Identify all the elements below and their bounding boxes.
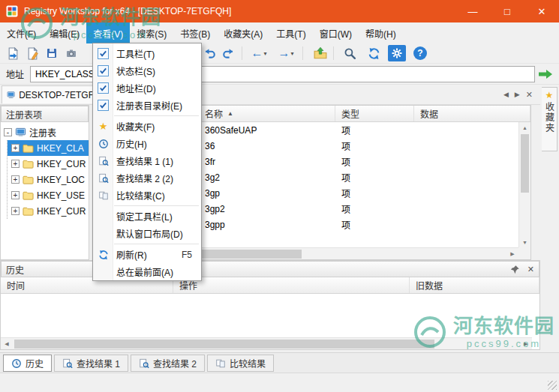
tab-history[interactable]: 历史 — [3, 355, 52, 372]
tree-node[interactable]: + HKEY_LOC — [8, 172, 89, 187]
tab-find-results-1[interactable]: 查找结果 1 — [54, 355, 128, 372]
tab-scroll-right-button[interactable]: ▶ — [515, 91, 520, 98]
menu-item-find-results-1[interactable]: 查找结果 1 (1) — [93, 152, 201, 169]
close-button[interactable]: ✕ — [524, 0, 559, 22]
menu-view[interactable]: 查看(V) — [86, 22, 130, 43]
menu-item-statusbar[interactable]: 状态栏(S) — [93, 62, 201, 79]
column-header-operation[interactable]: 操作 — [173, 277, 410, 293]
history-close-button[interactable]: ✕ — [527, 265, 534, 274]
refresh-button[interactable] — [364, 44, 383, 62]
registry-tree: - 注册表 + HKEY_CLA + HKEY_CUR — [1, 122, 89, 259]
scrollbar-thumb[interactable] — [14, 340, 434, 349]
menu-item-default-layout[interactable]: 默认窗口布局(D) — [93, 225, 201, 242]
column-header-old-data[interactable]: 旧数据 — [410, 277, 539, 293]
toolbar: ← ▾ → ▾ ? — [0, 43, 559, 64]
resize-grip[interactable] — [548, 381, 557, 390]
search-icon — [344, 47, 356, 60]
settings-button[interactable] — [388, 45, 406, 61]
scroll-up-icon[interactable]: ▲ — [519, 122, 530, 133]
menu-item-compare-results[interactable]: 比较结果(C) — [93, 187, 201, 204]
menu-item-refresh[interactable]: 刷新(R) F5 — [93, 246, 201, 263]
tab-find-results-2[interactable]: 查找结果 2 — [131, 355, 205, 372]
column-header-data[interactable]: 数据 — [414, 106, 530, 121]
titlebar: Registry Workshop for x64 - [DESKTOP-7ET… — [0, 0, 559, 22]
menu-item-lock-toolbars[interactable]: 锁定工具栏(L) — [93, 208, 201, 225]
menu-tools[interactable]: 工具(T) — [269, 22, 312, 43]
menu-item-favorites[interactable]: ★ 收藏夹(F) — [93, 118, 201, 135]
menu-file[interactable]: 文件(F) — [0, 22, 43, 43]
registry-tree-panel: 注册表项 - 注册表 + HKEY_CLA + HKEY — [0, 105, 89, 260]
edit-button[interactable] — [23, 44, 42, 62]
document-pencil-icon — [26, 47, 39, 60]
menu-item-registry-tree[interactable]: 注册表目录树(E) — [93, 97, 201, 114]
menu-window[interactable]: 窗口(W) — [313, 22, 359, 43]
tab-compare-results[interactable]: 比较结果 — [207, 355, 274, 372]
save-button[interactable] — [42, 44, 62, 62]
document-close-button[interactable]: ✕ — [526, 90, 533, 100]
maximize-button[interactable]: □ — [490, 0, 524, 22]
scroll-down-icon[interactable]: ▼ — [519, 237, 530, 247]
scrollbar-thumb[interactable] — [521, 134, 529, 193]
app-logo-icon — [6, 5, 18, 17]
sort-ascending-icon: ▲ — [227, 110, 233, 117]
back-button[interactable]: ← ▾ — [245, 44, 272, 62]
menu-item-always-on-top[interactable]: 总在最前面(A) — [93, 263, 201, 280]
menu-item-addressbar[interactable]: 地址栏(D) — [93, 79, 201, 97]
tree-node-root[interactable]: - 注册表 — [1, 124, 89, 140]
folder-icon — [23, 205, 34, 217]
scroll-right-icon[interactable]: ▶ — [506, 251, 518, 257]
tab-scroll-left-button[interactable]: ◀ — [503, 91, 509, 98]
menu-help[interactable]: 帮助(H) — [359, 22, 403, 43]
tree-node[interactable]: + HKEY_CUR — [8, 203, 89, 219]
redo-button[interactable] — [219, 44, 239, 62]
horizontal-scrollbar[interactable]: ◀ ▶ — [1, 337, 532, 349]
favorites-sidebar-tab[interactable]: ★ 收藏夹 — [542, 87, 557, 151]
menu-bookmarks[interactable]: 书签(B) — [173, 22, 217, 43]
menu-edit[interactable]: 编辑(E) — [43, 22, 86, 43]
go-button[interactable] — [535, 66, 556, 82]
go-arrow-icon — [537, 69, 554, 79]
menu-item-toolbar[interactable]: 工具栏(T) — [93, 45, 201, 62]
help-icon: ? — [413, 46, 427, 60]
menu-search[interactable]: 搜索(S) — [130, 22, 173, 43]
pin-icon[interactable] — [510, 265, 520, 274]
window-title: Registry Workshop for x64 - [DESKTOP-7ET… — [24, 6, 455, 16]
redo-icon — [222, 46, 236, 60]
up-one-level-button[interactable] — [311, 44, 330, 62]
refresh-icon — [98, 250, 109, 260]
menu-item-find-results-2[interactable]: 查找结果 2 (2) — [93, 169, 201, 187]
tree-node-label: HKEY_CUR — [37, 206, 86, 217]
open-button[interactable] — [3, 44, 23, 62]
menu-item-history[interactable]: 历史(H) — [93, 135, 201, 152]
minimize-button[interactable]: — — [455, 0, 490, 22]
vertical-scrollbar[interactable]: ▲ ▼ — [518, 122, 530, 247]
undo-icon — [203, 46, 216, 60]
tree-node[interactable]: + HKEY_CUR — [8, 156, 89, 172]
forward-arrow-icon: → — [278, 47, 290, 59]
back-arrow-icon: ← — [251, 47, 263, 59]
scroll-left-icon[interactable]: ◀ — [1, 341, 13, 347]
expand-box-icon[interactable]: + — [11, 191, 20, 199]
tree-node-label: HKEY_CLA — [37, 143, 84, 154]
expand-box-icon[interactable]: + — [11, 144, 20, 152]
tree-node[interactable]: + HKEY_CLA — [8, 140, 89, 156]
tree-node[interactable]: + HKEY_USE — [8, 187, 89, 203]
clock-icon — [11, 358, 22, 369]
column-header-type[interactable]: 类型 — [335, 106, 414, 121]
search-button[interactable] — [340, 44, 359, 62]
camera-icon — [65, 47, 77, 59]
expand-box-icon[interactable]: + — [11, 175, 20, 184]
expand-box-icon[interactable]: + — [11, 207, 20, 215]
star-icon: ★ — [99, 121, 108, 131]
help-button[interactable]: ? — [410, 44, 430, 62]
collapse-box-icon[interactable]: - — [4, 128, 12, 136]
snapshot-button[interactable] — [62, 44, 81, 62]
scrollbar-corner — [518, 247, 530, 259]
menu-favorites[interactable]: 收藏夹(A) — [217, 22, 269, 43]
forward-button[interactable]: → ▾ — [272, 44, 299, 62]
undo-button[interactable] — [200, 44, 219, 62]
scroll-right-icon[interactable]: ▶ — [520, 341, 532, 347]
back-dropdown-caret-icon: ▾ — [263, 50, 266, 57]
expand-box-icon[interactable]: + — [11, 160, 20, 168]
menu-separator — [114, 115, 199, 116]
